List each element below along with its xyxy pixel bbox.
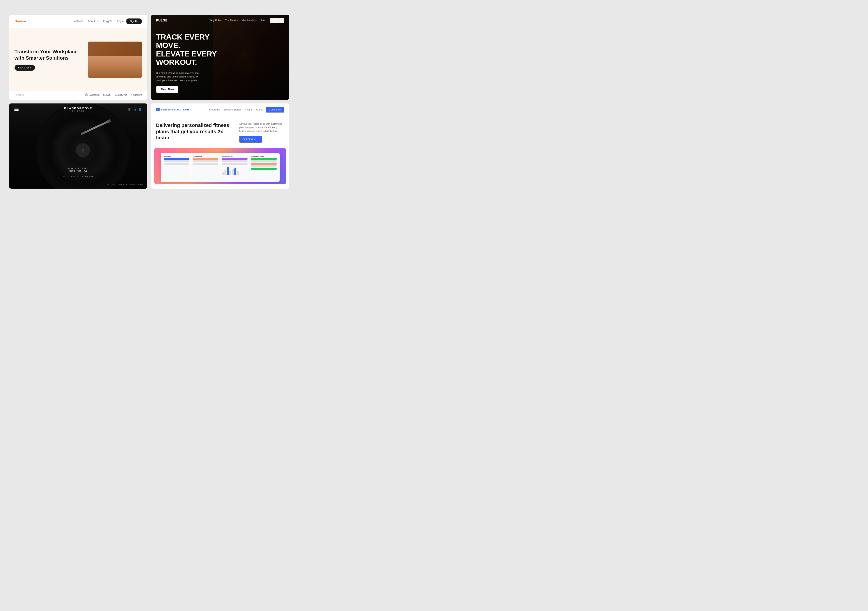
cart-icon[interactable]: 🛒: [127, 108, 131, 111]
basecamp-icon: ⊙: [85, 93, 88, 96]
swiftfit-dashboard-preview: UI Milestick Figma Design Python Program: [154, 148, 286, 184]
sf-bar-chart: [222, 166, 248, 175]
pulse-nav-why[interactable]: Why Pulse: [209, 19, 222, 22]
pulse-nav-memberships[interactable]: Memberships: [242, 19, 257, 22]
pulse-shop-button[interactable]: Shop Now: [156, 86, 178, 93]
pulse-nav-links: Why Pulse The Metrics Memberships Shop: [209, 19, 266, 22]
brand-gumroad: GUMROAD: [115, 94, 127, 96]
novara-navbar: Novara Features About us Insights Login …: [9, 15, 147, 28]
shop-collection-link[interactable]: SHOP THE COLLECTION: [9, 175, 147, 177]
swiftfit-headline: Delivering personalized fitness plans th…: [156, 122, 235, 141]
bladegroove-brand-name: BLADEGROOVE: [64, 107, 92, 110]
novara-login-link[interactable]: Login: [117, 20, 123, 23]
novara-cta-button[interactable]: Book a demo: [14, 65, 35, 71]
new-releases-label: NEW RELEASES: [9, 167, 147, 169]
bladegroove-content: NEW RELEASES SPRING '24 SHOP THE COLLECT…: [9, 167, 147, 177]
swiftfit-get-started-button[interactable]: Get Started →: [239, 136, 262, 142]
swiftfit-logo: ✦ SWIFTFIT SOLUTIONS: [156, 108, 190, 111]
sf-col-3: Python Program: [221, 155, 249, 180]
novara-nav-insights[interactable]: Insights: [103, 20, 112, 23]
novara-brands-list: ⊙ Basecamp SONOS GUMROAD ◇ pipedrive: [29, 93, 142, 96]
featured-product-label: FEATURED PRODUCT VINTAGE VINYL: [107, 184, 143, 186]
sf-col-2: Figma Design: [192, 155, 220, 180]
swiftfit-card: ✦ SWIFTFIT SOLUTIONS Programs Success St…: [151, 104, 289, 189]
user-icon[interactable]: 👤: [138, 108, 142, 111]
novara-nav-links: Features About us Insights: [73, 20, 112, 23]
novara-trusted-label: Trusted By: [14, 94, 24, 96]
bladegroove-navbar: BLADEGROOVE CHICAGO 🛒 □ 👤: [9, 104, 147, 115]
novara-hero-image: [88, 42, 142, 78]
pulse-nav-shop[interactable]: Shop: [260, 19, 266, 22]
pulse-subtext: Our smart fitness trackers give you real…: [156, 71, 201, 82]
novara-logo: Novara: [14, 19, 26, 23]
pulse-signup-button[interactable]: Sign Up: [270, 18, 284, 23]
sf-nav-pricing[interactable]: Pricing: [245, 108, 253, 111]
bladegroove-card: BLADEGROOVE CHICAGO 🛒 □ 👤 NEW RELEASES S…: [9, 104, 147, 189]
swiftfit-logo-text: SWIFTFIT SOLUTIONS: [161, 108, 190, 111]
swiftfit-hero-right: Achieve your fitness goals with customiz…: [239, 122, 284, 145]
pulse-card: PULSE Why Pulse The Metrics Memberships …: [151, 15, 289, 100]
season-label: SPRING '24: [9, 170, 147, 173]
bladegroove-brand: BLADEGROOVE CHICAGO: [64, 107, 92, 112]
novara-signup-button[interactable]: Sign Up: [126, 18, 142, 24]
pulse-hero-content: TRACK EVERY MOVE. ELEVATE EVERY WORKOUT.…: [151, 26, 289, 100]
pulse-headline: TRACK EVERY MOVE. ELEVATE EVERY WORKOUT.: [156, 33, 233, 67]
novara-hero-text: Transform Your Workplace with Smarter So…: [14, 49, 83, 71]
sf-nav-programs[interactable]: Programs: [209, 108, 220, 111]
brand-basecamp: ⊙ Basecamp: [85, 93, 99, 96]
pulse-nav-metrics[interactable]: The Metrics: [225, 19, 238, 22]
novara-hero-section: Transform Your Workplace with Smarter So…: [9, 28, 147, 91]
novara-headline: Transform Your Workplace with Smarter So…: [14, 49, 83, 62]
novara-card: Novara Features About us Insights Login …: [9, 15, 147, 100]
novara-trusted-section: Trusted By ⊙ Basecamp SONOS GUMROAD ◇ pi…: [9, 91, 147, 100]
swiftfit-navbar: ✦ SWIFTFIT SOLUTIONS Programs Success St…: [151, 104, 289, 116]
brand-pipedrive: ◇ pipedrive: [130, 94, 142, 96]
sf-col-1: UI Milestick: [163, 155, 190, 180]
hamburger-menu-icon[interactable]: [14, 108, 19, 111]
bladegroove-brand-city: CHICAGO: [64, 110, 92, 112]
sf-nav-success[interactable]: Success Stories: [223, 108, 241, 111]
save-icon[interactable]: □: [134, 108, 136, 111]
sf-col-4: Continue my Course: [250, 155, 278, 180]
swiftfit-dashboard-card: UI Milestick Figma Design Python Program: [161, 153, 280, 182]
swiftfit-contact-button[interactable]: Contact Us: [266, 107, 284, 113]
brand-sonos: SONOS: [103, 94, 111, 96]
sf-nav-about[interactable]: About: [256, 108, 263, 111]
pulse-navbar: PULSE Why Pulse The Metrics Memberships …: [151, 15, 289, 26]
novara-nav-features[interactable]: Features: [73, 20, 83, 23]
novara-nav-about[interactable]: About us: [88, 20, 99, 23]
main-grid: Novara Features About us Insights Login …: [9, 15, 289, 189]
pulse-logo: PULSE: [156, 19, 168, 22]
swiftfit-subtext: Achieve your fitness goals with customiz…: [239, 122, 284, 133]
swiftfit-logo-icon: ✦: [156, 108, 160, 111]
swiftfit-hero: Delivering personalized fitness plans th…: [151, 116, 289, 148]
swiftfit-nav-links: Programs Success Stories Pricing About: [209, 108, 263, 111]
bladegroove-nav-icons: 🛒 □ 👤: [127, 108, 142, 111]
swiftfit-hero-left: Delivering personalized fitness plans th…: [156, 122, 235, 145]
